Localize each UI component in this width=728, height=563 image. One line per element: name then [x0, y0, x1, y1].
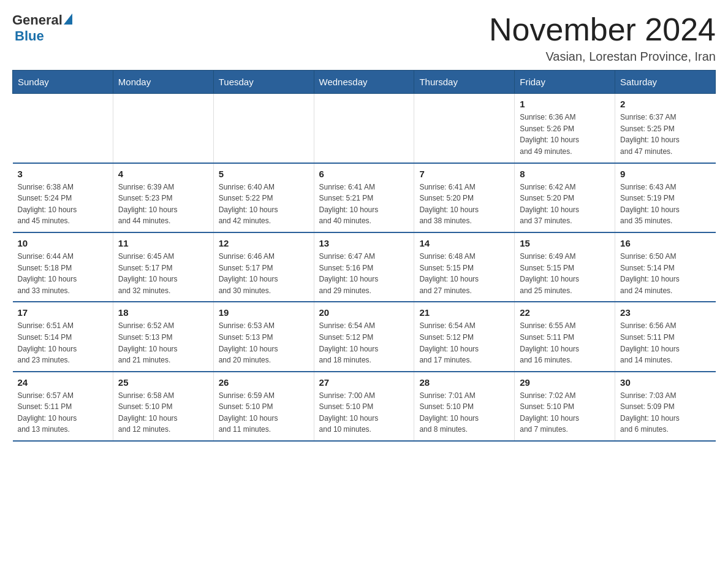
day-number: 1 — [520, 99, 610, 109]
day-info: Sunrise: 7:02 AM Sunset: 5:10 PM Dayligh… — [520, 390, 610, 435]
day-info: Sunrise: 6:45 AM Sunset: 5:17 PM Dayligh… — [118, 251, 208, 296]
day-number: 13 — [319, 238, 409, 248]
table-row: 17Sunrise: 6:51 AM Sunset: 5:14 PM Dayli… — [13, 302, 113, 371]
day-number: 25 — [118, 377, 208, 388]
header-thursday: Thursday — [414, 71, 515, 94]
day-number: 10 — [18, 238, 108, 248]
day-info: Sunrise: 6:59 AM Sunset: 5:10 PM Dayligh… — [219, 390, 309, 435]
header-saturday: Saturday — [615, 71, 716, 94]
header-sunday: Sunday — [13, 71, 113, 94]
table-row: 23Sunrise: 6:56 AM Sunset: 5:11 PM Dayli… — [615, 302, 716, 371]
logo-general: General — [12, 12, 63, 28]
day-number: 2 — [620, 99, 710, 109]
day-number: 24 — [18, 377, 108, 388]
calendar-week-row: 10Sunrise: 6:44 AM Sunset: 5:18 PM Dayli… — [13, 232, 716, 302]
day-number: 18 — [118, 307, 208, 318]
day-number: 30 — [620, 377, 710, 388]
day-info: Sunrise: 6:48 AM Sunset: 5:15 PM Dayligh… — [419, 251, 509, 296]
logo-blue: Blue — [15, 28, 44, 44]
page-header: General Blue November 2024 Vasian, Lores… — [12, 12, 716, 64]
day-number: 14 — [419, 238, 509, 248]
day-info: Sunrise: 6:43 AM Sunset: 5:19 PM Dayligh… — [620, 182, 710, 227]
table-row: 13Sunrise: 6:47 AM Sunset: 5:16 PM Dayli… — [314, 232, 414, 302]
table-row: 14Sunrise: 6:48 AM Sunset: 5:15 PM Dayli… — [414, 232, 515, 302]
table-row — [113, 94, 213, 163]
calendar-week-row: 24Sunrise: 6:57 AM Sunset: 5:11 PM Dayli… — [13, 372, 716, 441]
table-row: 19Sunrise: 6:53 AM Sunset: 5:13 PM Dayli… — [213, 302, 314, 371]
day-number: 19 — [219, 307, 309, 318]
day-info: Sunrise: 6:56 AM Sunset: 5:11 PM Dayligh… — [620, 320, 710, 366]
day-number: 5 — [219, 169, 309, 179]
day-info: Sunrise: 6:44 AM Sunset: 5:18 PM Dayligh… — [18, 251, 108, 296]
day-info: Sunrise: 6:36 AM Sunset: 5:26 PM Dayligh… — [520, 112, 610, 157]
table-row: 30Sunrise: 7:03 AM Sunset: 5:09 PM Dayli… — [615, 372, 716, 441]
header-wednesday: Wednesday — [314, 71, 414, 94]
table-row: 6Sunrise: 6:41 AM Sunset: 5:21 PM Daylig… — [314, 163, 414, 232]
day-info: Sunrise: 6:41 AM Sunset: 5:21 PM Dayligh… — [319, 182, 409, 227]
table-row — [414, 94, 515, 163]
day-info: Sunrise: 7:00 AM Sunset: 5:10 PM Dayligh… — [319, 390, 409, 435]
calendar-week-row: 1Sunrise: 6:36 AM Sunset: 5:26 PM Daylig… — [13, 94, 716, 163]
day-number: 20 — [319, 307, 409, 318]
day-number: 6 — [319, 169, 409, 179]
day-info: Sunrise: 6:39 AM Sunset: 5:23 PM Dayligh… — [118, 182, 208, 227]
table-row: 27Sunrise: 7:00 AM Sunset: 5:10 PM Dayli… — [314, 372, 414, 441]
day-info: Sunrise: 6:51 AM Sunset: 5:14 PM Dayligh… — [18, 320, 108, 366]
day-info: Sunrise: 6:55 AM Sunset: 5:11 PM Dayligh… — [520, 320, 610, 366]
table-row: 25Sunrise: 6:58 AM Sunset: 5:10 PM Dayli… — [113, 372, 213, 441]
table-row: 26Sunrise: 6:59 AM Sunset: 5:10 PM Dayli… — [213, 372, 314, 441]
day-number: 4 — [118, 169, 208, 179]
day-info: Sunrise: 6:40 AM Sunset: 5:22 PM Dayligh… — [219, 182, 309, 227]
day-number: 28 — [419, 377, 509, 388]
day-number: 7 — [419, 169, 509, 179]
calendar-header-row: Sunday Monday Tuesday Wednesday Thursday… — [13, 71, 716, 94]
table-row: 24Sunrise: 6:57 AM Sunset: 5:11 PM Dayli… — [13, 372, 113, 441]
table-row: 22Sunrise: 6:55 AM Sunset: 5:11 PM Dayli… — [515, 302, 615, 371]
day-number: 29 — [520, 377, 610, 388]
calendar-week-row: 17Sunrise: 6:51 AM Sunset: 5:14 PM Dayli… — [13, 302, 716, 371]
table-row: 8Sunrise: 6:42 AM Sunset: 5:20 PM Daylig… — [515, 163, 615, 232]
day-number: 22 — [520, 307, 610, 318]
table-row — [314, 94, 414, 163]
day-number: 23 — [620, 307, 710, 318]
day-info: Sunrise: 6:47 AM Sunset: 5:16 PM Dayligh… — [319, 251, 409, 296]
day-info: Sunrise: 6:42 AM Sunset: 5:20 PM Dayligh… — [520, 182, 610, 227]
day-number: 27 — [319, 377, 409, 388]
header-tuesday: Tuesday — [213, 71, 314, 94]
table-row — [13, 94, 113, 163]
title-block: November 2024 Vasian, Lorestan Province,… — [489, 12, 716, 64]
table-row: 7Sunrise: 6:41 AM Sunset: 5:20 PM Daylig… — [414, 163, 515, 232]
table-row: 18Sunrise: 6:52 AM Sunset: 5:13 PM Dayli… — [113, 302, 213, 371]
table-row: 5Sunrise: 6:40 AM Sunset: 5:22 PM Daylig… — [213, 163, 314, 232]
calendar-table: Sunday Monday Tuesday Wednesday Thursday… — [12, 70, 716, 442]
day-number: 3 — [18, 169, 108, 179]
table-row: 11Sunrise: 6:45 AM Sunset: 5:17 PM Dayli… — [113, 232, 213, 302]
table-row: 12Sunrise: 6:46 AM Sunset: 5:17 PM Dayli… — [213, 232, 314, 302]
day-number: 16 — [620, 238, 710, 248]
day-number: 17 — [18, 307, 108, 318]
table-row — [213, 94, 314, 163]
table-row: 15Sunrise: 6:49 AM Sunset: 5:15 PM Dayli… — [515, 232, 615, 302]
table-row: 20Sunrise: 6:54 AM Sunset: 5:12 PM Dayli… — [314, 302, 414, 371]
logo-triangle-icon — [64, 13, 72, 25]
day-number: 9 — [620, 169, 710, 179]
day-number: 26 — [219, 377, 309, 388]
day-info: Sunrise: 6:37 AM Sunset: 5:25 PM Dayligh… — [620, 112, 710, 157]
table-row: 10Sunrise: 6:44 AM Sunset: 5:18 PM Dayli… — [13, 232, 113, 302]
day-info: Sunrise: 6:46 AM Sunset: 5:17 PM Dayligh… — [219, 251, 309, 296]
table-row: 2Sunrise: 6:37 AM Sunset: 5:25 PM Daylig… — [615, 94, 716, 163]
table-row: 21Sunrise: 6:54 AM Sunset: 5:12 PM Dayli… — [414, 302, 515, 371]
table-row: 1Sunrise: 6:36 AM Sunset: 5:26 PM Daylig… — [515, 94, 615, 163]
day-number: 11 — [118, 238, 208, 248]
day-info: Sunrise: 6:50 AM Sunset: 5:14 PM Dayligh… — [620, 251, 710, 296]
location-title: Vasian, Lorestan Province, Iran — [489, 50, 716, 64]
month-title: November 2024 — [489, 12, 716, 47]
day-info: Sunrise: 6:53 AM Sunset: 5:13 PM Dayligh… — [219, 320, 309, 366]
day-info: Sunrise: 6:58 AM Sunset: 5:10 PM Dayligh… — [118, 390, 208, 435]
day-info: Sunrise: 7:01 AM Sunset: 5:10 PM Dayligh… — [419, 390, 509, 435]
day-number: 21 — [419, 307, 509, 318]
day-number: 12 — [219, 238, 309, 248]
day-info: Sunrise: 6:49 AM Sunset: 5:15 PM Dayligh… — [520, 251, 610, 296]
day-number: 8 — [520, 169, 610, 179]
calendar-week-row: 3Sunrise: 6:38 AM Sunset: 5:24 PM Daylig… — [13, 163, 716, 232]
